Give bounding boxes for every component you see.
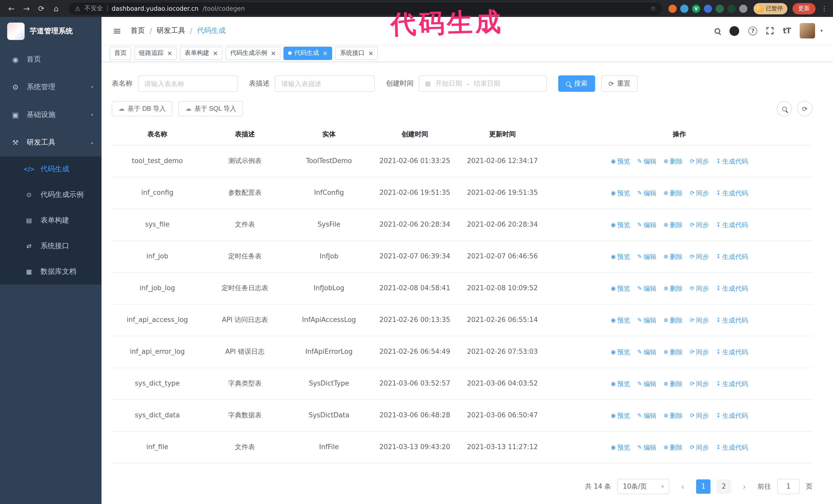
import-db-button[interactable]: ☁ 基于 DB 导入 [112,101,172,116]
action-sync[interactable]: ⟳同步 [690,347,709,357]
action-edit[interactable]: ✎编辑 [637,316,656,325]
fullscreen-icon[interactable] [766,27,774,34]
action-generate[interactable]: ↧生成代码 [716,347,748,357]
action-preview[interactable]: ◉预览 [611,379,630,389]
breadcrumb-item[interactable]: 研发工具 [157,26,185,35]
tab[interactable]: 链路追踪 × [134,46,177,60]
extension-icon-lightblue[interactable] [680,4,688,13]
action-edit[interactable]: ✎编辑 [637,411,656,421]
action-preview[interactable]: ◉预览 [611,157,630,166]
action-preview[interactable]: ◉预览 [611,443,630,453]
page-button-1[interactable]: 1 [696,479,711,494]
reload-icon[interactable]: ⟳ [35,4,48,13]
action-edit[interactable]: ✎编辑 [637,379,656,389]
action-delete[interactable]: ⊗删除 [664,157,683,166]
profile-badge[interactable]: 已暂停 [754,3,787,14]
action-sync[interactable]: ⟳同步 [690,252,709,262]
search-icon[interactable] [715,28,720,33]
action-preview[interactable]: ◉预览 [611,411,630,421]
back-icon[interactable]: ← [5,4,18,13]
action-delete[interactable]: ⊗删除 [664,379,683,389]
action-sync[interactable]: ⟳同步 [690,379,709,389]
action-generate[interactable]: ↧生成代码 [716,443,748,453]
bookmark-star-icon[interactable]: ☆ [650,5,656,12]
action-edit[interactable]: ✎编辑 [637,443,656,453]
reset-button[interactable]: ⟳ 重置 [601,75,638,92]
page-size-select[interactable]: 10条/页 ▾ [617,479,669,494]
action-generate[interactable]: ↧生成代码 [716,220,748,230]
forward-icon[interactable]: → [20,4,33,13]
font-size-icon[interactable]: tT [783,26,791,35]
extension-icon-green-v[interactable]: V [692,4,700,13]
close-icon[interactable]: × [213,49,218,57]
action-edit[interactable]: ✎编辑 [637,188,656,198]
user-avatar[interactable] [800,23,815,39]
action-preview[interactable]: ◉预览 [611,284,630,293]
action-sync[interactable]: ⟳同步 [690,411,709,421]
action-sync[interactable]: ⟳同步 [690,157,709,166]
action-sync[interactable]: ⟳同步 [690,284,709,293]
action-preview[interactable]: ◉预览 [611,316,630,325]
action-edit[interactable]: ✎编辑 [637,347,656,357]
sidebar-item-devtools[interactable]: ⚒ 研发工具 ▴ [0,129,101,157]
tab[interactable]: 代码生成示例 × [225,46,280,60]
sidebar-item-form-builder[interactable]: ▤ 表单构建 [0,208,101,233]
close-icon[interactable]: × [271,49,276,57]
action-delete[interactable]: ⊗删除 [664,284,683,293]
action-delete[interactable]: ⊗删除 [664,411,683,421]
action-edit[interactable]: ✎编辑 [637,252,656,262]
close-icon[interactable]: × [167,49,172,57]
toggle-search-button[interactable] [777,101,792,116]
extension-icon-teal[interactable] [716,4,724,13]
action-generate[interactable]: ↧生成代码 [716,316,748,325]
extension-icon-blue[interactable] [704,4,712,13]
hamburger-icon[interactable]: ≡ [108,25,127,37]
extension-icon-puzzle[interactable] [739,4,747,13]
search-button[interactable]: 搜索 [558,75,595,92]
action-preview[interactable]: ◉预览 [611,220,630,230]
table-desc-input[interactable] [275,75,375,92]
page-button-2[interactable]: 2 [717,479,731,494]
action-generate[interactable]: ↧生成代码 [716,411,748,421]
help-icon[interactable]: ? [748,26,757,35]
next-page-button[interactable]: › [737,479,752,494]
app-logo[interactable]: 芋道管理系统 [0,17,101,46]
sidebar-item-codegen-example[interactable]: ⊙ 代码生成示例 [0,182,101,208]
action-sync[interactable]: ⟳同步 [690,220,709,230]
table-name-input[interactable] [138,75,238,92]
action-generate[interactable]: ↧生成代码 [716,188,748,198]
sidebar-item-api[interactable]: ⇄ 系统接口 [0,233,101,259]
action-preview[interactable]: ◉预览 [611,347,630,357]
browser-menu-kebab-icon[interactable]: ⋮ [821,5,828,12]
sidebar-item-codegen[interactable]: </> 代码生成 [0,157,101,182]
action-sync[interactable]: ⟳同步 [690,443,709,453]
action-delete[interactable]: ⊗删除 [664,347,683,357]
github-icon[interactable] [730,26,739,35]
caret-down-icon[interactable]: ▾ [820,28,823,33]
tab[interactable]: 代码生成 × [284,46,332,60]
action-generate[interactable]: ↧生成代码 [716,379,748,389]
security-label[interactable]: 不安全 [85,4,103,13]
action-delete[interactable]: ⊗删除 [664,443,683,453]
action-sync[interactable]: ⟳同步 [690,188,709,198]
action-delete[interactable]: ⊗删除 [664,252,683,262]
import-sql-button[interactable]: ☁ 基于 SQL 导入 [178,101,243,116]
action-preview[interactable]: ◉预览 [611,188,630,198]
tab[interactable]: 首页 [110,46,131,60]
action-preview[interactable]: ◉预览 [611,252,630,262]
action-sync[interactable]: ⟳同步 [690,316,709,325]
close-icon[interactable]: × [323,49,328,57]
action-edit[interactable]: ✎编辑 [637,157,656,166]
extension-icon-darkgreen[interactable] [728,4,736,13]
action-delete[interactable]: ⊗删除 [664,220,683,230]
sidebar-item-system[interactable]: ⚙ 系统管理 ▾ [0,73,101,101]
action-edit[interactable]: ✎编辑 [637,220,656,230]
sidebar-item-infra[interactable]: ▣ 基础设施 ▾ [0,101,101,129]
extension-icon-orange[interactable] [668,4,677,13]
sidebar-item-db-doc[interactable]: ▦ 数据库文档 [0,259,101,285]
action-generate[interactable]: ↧生成代码 [716,252,748,262]
tab[interactable]: 表单构建 × [180,46,222,60]
action-edit[interactable]: ✎编辑 [637,284,656,293]
action-delete[interactable]: ⊗删除 [664,188,683,198]
prev-page-button[interactable]: ‹ [675,479,690,494]
